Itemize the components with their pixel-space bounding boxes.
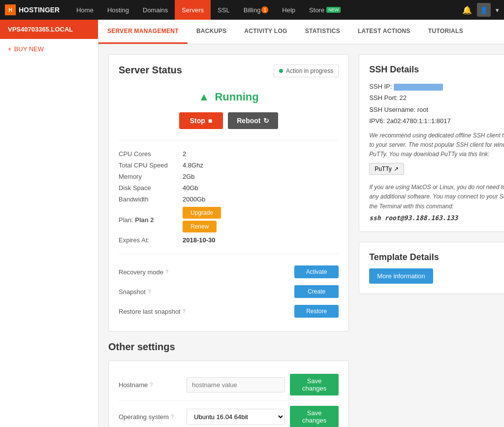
os-help-icon[interactable]: ?: [171, 414, 174, 420]
stop-icon: ■: [208, 117, 212, 125]
nav-billing[interactable]: Billing 1: [237, 0, 276, 20]
detail-row-memory: Memory 2Gb: [119, 171, 339, 182]
recovery-help-icon[interactable]: ?: [165, 269, 168, 275]
plan-label: Plan: Plan 2: [119, 216, 183, 224]
detail-row-cpu-cores: CPU Cores 2: [119, 148, 339, 160]
snapshot-label: Snapshot ?: [119, 288, 294, 296]
os-save-button[interactable]: Save changes: [290, 406, 339, 427]
action-progress-label: Action in progress: [286, 67, 333, 74]
hostname-input-group: [187, 377, 285, 393]
nav-help[interactable]: Help: [275, 0, 302, 20]
detail-row-cpu-speed: Total CPU Speed 4.8Ghz: [119, 160, 339, 171]
avatar[interactable]: 👤: [477, 3, 491, 17]
sidebar-item-server[interactable]: VPS40703365.LOCAL: [0, 20, 98, 39]
disk-value: 40Gb: [183, 184, 198, 192]
memory-label: Memory: [119, 173, 183, 180]
tab-tutorials[interactable]: TUTORIALS: [419, 20, 472, 44]
snapshot-row: Snapshot ? Create: [119, 282, 339, 301]
top-navbar: H HOSTINGER Home Hosting Domains Servers…: [0, 0, 504, 20]
memory-value: 2Gb: [183, 173, 195, 180]
hostname-input[interactable]: [187, 377, 285, 393]
tab-activity-log[interactable]: ACTIVITY LOG: [235, 20, 296, 44]
stop-button[interactable]: Stop ■: [179, 112, 223, 129]
chevron-down-icon: ▾: [496, 6, 499, 14]
os-select-group: Ubuntu 16.04 64bit Ubuntu 18.04 64bit Ce…: [187, 409, 285, 425]
running-status: ▲ Running: [119, 91, 339, 103]
left-panel: Server Status Action in progress ▲ Runni…: [108, 54, 349, 427]
nav-right-icons: 🔔 👤 ▾: [462, 3, 499, 17]
triangle-icon: ▲: [199, 91, 210, 103]
action-buttons-section: Recovery mode ? Activate Snapshot ? Crea…: [119, 254, 339, 321]
ssh-details-title: SSH Details: [369, 65, 504, 75]
logo-icon: H: [5, 4, 16, 15]
buy-new-label: BUY NEW: [14, 45, 44, 53]
create-snapshot-button[interactable]: Create: [294, 285, 339, 298]
nav-ssl[interactable]: SSL: [211, 0, 237, 20]
action-progress-badge: Action in progress: [274, 65, 339, 77]
hostname-save-button[interactable]: Save changes: [290, 374, 339, 395]
hostname-help-icon[interactable]: ?: [150, 382, 153, 388]
os-input-row: Operating system ? Ubuntu 16.04 64bit Ub…: [119, 406, 339, 427]
external-link-icon: ↗: [394, 165, 399, 172]
ssh-ipv6: IPV6: 2a02:4780:1:1::1:8017: [369, 115, 504, 127]
more-info-button[interactable]: More information: [369, 268, 433, 284]
expires-value: 2018-10-30: [183, 236, 216, 244]
content-area: Server Status Action in progress ▲ Runni…: [98, 44, 504, 427]
plus-icon: +: [8, 45, 12, 53]
ssh-mac-linux-desc: If you are using MacOS or Linux, you do …: [369, 183, 504, 211]
os-row: Operating system ? Ubuntu 16.04 64bit Ub…: [119, 401, 339, 427]
ssh-port: SSH Port: 22: [369, 92, 504, 103]
cpu-cores-label: CPU Cores: [119, 150, 183, 158]
server-details: CPU Cores 2 Total CPU Speed 4.8Ghz Memor…: [119, 140, 339, 246]
nav-store[interactable]: Store NEW: [302, 0, 347, 20]
billing-badge: 1: [261, 6, 268, 13]
disk-label: Disk Space: [119, 184, 183, 192]
bandwidth-label: Bandwidth: [119, 196, 183, 203]
tab-backups[interactable]: BACKUPS: [188, 20, 235, 44]
detail-row-disk: Disk Space 40Gb: [119, 182, 339, 194]
server-status-title: Server Status: [119, 65, 182, 76]
template-details-title: Template Details: [369, 252, 504, 263]
nav-home[interactable]: Home: [69, 0, 100, 20]
recovery-mode-row: Recovery mode ? Activate: [119, 262, 339, 282]
tab-latest-actions[interactable]: LATEST ACTIONS: [349, 20, 419, 44]
os-label: Operating system ?: [119, 413, 187, 421]
control-button-row: Stop ■ Reboot ↻: [119, 112, 339, 129]
snapshot-help-icon[interactable]: ?: [148, 289, 151, 295]
ssh-command: ssh root@93.188.163.133: [369, 214, 504, 222]
tab-server-management[interactable]: SERVER MANAGEMENT: [98, 20, 188, 44]
other-settings-card: Hostname ? Save changes Operatin: [108, 361, 349, 427]
activate-button[interactable]: Activate: [294, 265, 339, 278]
tab-bar: SERVER MANAGEMENT BACKUPS ACTIVITY LOG S…: [98, 20, 504, 44]
sidebar-buy-new[interactable]: + BUY NEW: [0, 39, 98, 59]
renew-button[interactable]: Renew: [183, 221, 217, 232]
ssh-ip-row: SSH IP:: [369, 81, 504, 92]
cpu-speed-label: Total CPU Speed: [119, 162, 183, 169]
detail-row-plan: Plan: Plan 2 Upgrade Renew: [119, 205, 339, 234]
nav-hosting[interactable]: Hosting: [100, 0, 136, 20]
os-select[interactable]: Ubuntu 16.04 64bit Ubuntu 18.04 64bit Ce…: [187, 409, 285, 425]
server-status-card: Server Status Action in progress ▲ Runni…: [108, 54, 349, 331]
reboot-icon: ↻: [263, 117, 269, 125]
server-status-header: Server Status Action in progress: [119, 65, 339, 83]
ssh-info: SSH IP: SSH Port: 22 SSH Username: root …: [369, 81, 504, 127]
restore-help-icon[interactable]: ?: [183, 308, 186, 314]
bell-icon[interactable]: 🔔: [462, 5, 472, 15]
upgrade-button[interactable]: Upgrade: [183, 207, 221, 219]
main-content: SERVER MANAGEMENT BACKUPS ACTIVITY LOG S…: [98, 20, 504, 427]
restore-button[interactable]: Restore: [294, 305, 339, 318]
putty-button[interactable]: PuTTy ↗: [369, 163, 404, 175]
nav-domains[interactable]: Domains: [136, 0, 175, 20]
tab-statistics[interactable]: STATISTICS: [296, 20, 349, 44]
bandwidth-value: 2000Gb: [183, 196, 205, 203]
restore-label: Restore last snapshot ?: [119, 308, 294, 315]
nav-servers[interactable]: Servers: [175, 0, 211, 20]
logo: H HOSTINGER: [5, 4, 60, 15]
recovery-mode-label: Recovery mode ?: [119, 268, 294, 276]
reboot-button[interactable]: Reboot ↻: [228, 112, 278, 129]
logo-text: HOSTINGER: [19, 6, 60, 14]
ssh-details-card: SSH Details SSH IP: SSH Port: 22 SSH Use…: [359, 54, 504, 232]
sidebar: VPS40703365.LOCAL + BUY NEW: [0, 20, 98, 427]
running-text: ▲ Running: [199, 91, 259, 103]
plan-upgrade-col: Upgrade Renew: [183, 207, 221, 232]
